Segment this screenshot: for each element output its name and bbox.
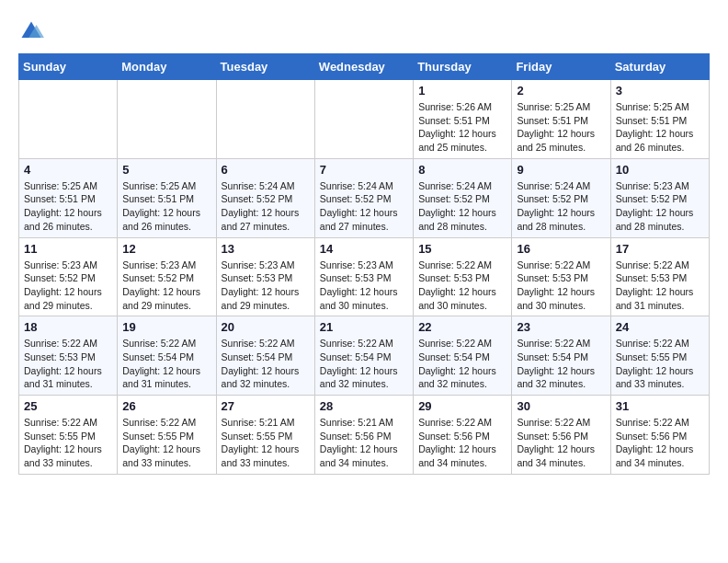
day-number: 30 <box>517 399 605 413</box>
calendar-cell: 30Sunrise: 5:22 AMSunset: 5:56 PMDayligh… <box>512 396 610 475</box>
day-number: 23 <box>517 320 605 334</box>
calendar-body: 1Sunrise: 5:26 AMSunset: 5:51 PMDaylight… <box>19 80 710 475</box>
day-number: 14 <box>320 242 408 256</box>
day-info: Sunrise: 5:26 AMSunset: 5:51 PMDaylight:… <box>418 100 506 155</box>
day-number: 6 <box>222 163 310 177</box>
day-info: Sunrise: 5:22 AMSunset: 5:53 PMDaylight:… <box>517 259 605 313</box>
day-number: 9 <box>517 163 605 177</box>
day-number: 26 <box>122 399 210 413</box>
calendar-cell: 25Sunrise: 5:22 AMSunset: 5:55 PMDayligh… <box>19 396 118 475</box>
col-header-saturday: Saturday <box>610 54 709 80</box>
day-number: 3 <box>616 84 704 98</box>
col-header-sunday: Sunday <box>19 54 118 80</box>
calendar-cell: 22Sunrise: 5:22 AMSunset: 5:54 PMDayligh… <box>414 316 512 396</box>
calendar-cell: 26Sunrise: 5:22 AMSunset: 5:55 PMDayligh… <box>118 396 216 475</box>
calendar-cell: 2Sunrise: 5:25 AMSunset: 5:51 PMDaylight… <box>512 80 610 159</box>
day-info: Sunrise: 5:22 AMSunset: 5:53 PMDaylight:… <box>24 337 112 391</box>
calendar-cell: 10Sunrise: 5:23 AMSunset: 5:52 PMDayligh… <box>610 158 709 237</box>
calendar-week-1: 1Sunrise: 5:26 AMSunset: 5:51 PMDaylight… <box>19 80 710 159</box>
calendar-cell <box>19 80 118 159</box>
calendar-cell: 29Sunrise: 5:22 AMSunset: 5:56 PMDayligh… <box>414 396 512 475</box>
calendar-week-2: 4Sunrise: 5:25 AMSunset: 5:51 PMDaylight… <box>19 158 710 237</box>
logo-icon <box>18 18 44 44</box>
day-number: 13 <box>222 242 310 256</box>
calendar-week-3: 11Sunrise: 5:23 AMSunset: 5:52 PMDayligh… <box>19 237 710 316</box>
day-info: Sunrise: 5:22 AMSunset: 5:54 PMDaylight:… <box>517 337 605 391</box>
day-info: Sunrise: 5:22 AMSunset: 5:55 PMDaylight:… <box>24 416 112 470</box>
day-info: Sunrise: 5:21 AMSunset: 5:55 PMDaylight:… <box>222 416 310 470</box>
col-header-monday: Monday <box>118 54 216 80</box>
calendar-cell: 8Sunrise: 5:24 AMSunset: 5:52 PMDaylight… <box>414 158 512 237</box>
page-header <box>18 18 710 44</box>
calendar-cell: 31Sunrise: 5:22 AMSunset: 5:56 PMDayligh… <box>610 396 709 475</box>
day-info: Sunrise: 5:21 AMSunset: 5:56 PMDaylight:… <box>320 416 408 470</box>
day-number: 22 <box>418 320 506 334</box>
calendar-cell: 28Sunrise: 5:21 AMSunset: 5:56 PMDayligh… <box>314 396 413 475</box>
day-number: 2 <box>517 84 605 98</box>
day-number: 5 <box>122 163 210 177</box>
day-number: 20 <box>222 320 310 334</box>
col-header-wednesday: Wednesday <box>314 54 413 80</box>
day-number: 24 <box>616 320 704 334</box>
calendar-header-row: SundayMondayTuesdayWednesdayThursdayFrid… <box>19 54 710 80</box>
day-info: Sunrise: 5:24 AMSunset: 5:52 PMDaylight:… <box>320 179 408 234</box>
calendar-cell: 14Sunrise: 5:23 AMSunset: 5:53 PMDayligh… <box>314 237 413 316</box>
day-info: Sunrise: 5:25 AMSunset: 5:51 PMDaylight:… <box>517 100 605 155</box>
day-number: 29 <box>418 399 506 413</box>
calendar-cell: 7Sunrise: 5:24 AMSunset: 5:52 PMDaylight… <box>314 158 413 237</box>
day-info: Sunrise: 5:24 AMSunset: 5:52 PMDaylight:… <box>517 179 605 234</box>
day-number: 7 <box>320 163 408 177</box>
day-info: Sunrise: 5:22 AMSunset: 5:53 PMDaylight:… <box>418 259 506 313</box>
day-number: 10 <box>616 163 704 177</box>
col-header-friday: Friday <box>512 54 610 80</box>
day-number: 12 <box>122 242 210 256</box>
day-number: 25 <box>24 399 112 413</box>
day-info: Sunrise: 5:22 AMSunset: 5:55 PMDaylight:… <box>122 416 210 470</box>
calendar-cell: 6Sunrise: 5:24 AMSunset: 5:52 PMDaylight… <box>216 158 314 237</box>
day-number: 1 <box>418 84 506 98</box>
calendar-cell: 23Sunrise: 5:22 AMSunset: 5:54 PMDayligh… <box>512 316 610 396</box>
day-info: Sunrise: 5:23 AMSunset: 5:53 PMDaylight:… <box>320 259 408 313</box>
day-info: Sunrise: 5:25 AMSunset: 5:51 PMDaylight:… <box>24 179 112 234</box>
calendar-cell <box>118 80 216 159</box>
calendar-cell: 19Sunrise: 5:22 AMSunset: 5:54 PMDayligh… <box>118 316 216 396</box>
calendar-cell: 12Sunrise: 5:23 AMSunset: 5:52 PMDayligh… <box>118 237 216 316</box>
day-number: 31 <box>616 399 704 413</box>
day-number: 17 <box>616 242 704 256</box>
calendar-cell: 21Sunrise: 5:22 AMSunset: 5:54 PMDayligh… <box>314 316 413 396</box>
calendar-cell: 20Sunrise: 5:22 AMSunset: 5:54 PMDayligh… <box>216 316 314 396</box>
day-number: 21 <box>320 320 408 334</box>
col-header-tuesday: Tuesday <box>216 54 314 80</box>
day-info: Sunrise: 5:22 AMSunset: 5:55 PMDaylight:… <box>616 337 704 391</box>
calendar-week-5: 25Sunrise: 5:22 AMSunset: 5:55 PMDayligh… <box>19 396 710 475</box>
calendar-cell: 24Sunrise: 5:22 AMSunset: 5:55 PMDayligh… <box>610 316 709 396</box>
day-number: 19 <box>122 320 210 334</box>
day-info: Sunrise: 5:22 AMSunset: 5:56 PMDaylight:… <box>418 416 506 470</box>
calendar-table: SundayMondayTuesdayWednesdayThursdayFrid… <box>18 53 710 475</box>
day-number: 16 <box>517 242 605 256</box>
logo <box>18 18 48 44</box>
calendar-cell <box>216 80 314 159</box>
calendar-cell: 9Sunrise: 5:24 AMSunset: 5:52 PMDaylight… <box>512 158 610 237</box>
day-number: 28 <box>320 399 408 413</box>
calendar-cell: 17Sunrise: 5:22 AMSunset: 5:53 PMDayligh… <box>610 237 709 316</box>
calendar-cell: 4Sunrise: 5:25 AMSunset: 5:51 PMDaylight… <box>19 158 118 237</box>
calendar-cell: 15Sunrise: 5:22 AMSunset: 5:53 PMDayligh… <box>414 237 512 316</box>
calendar-cell: 11Sunrise: 5:23 AMSunset: 5:52 PMDayligh… <box>19 237 118 316</box>
calendar-cell: 16Sunrise: 5:22 AMSunset: 5:53 PMDayligh… <box>512 237 610 316</box>
day-info: Sunrise: 5:23 AMSunset: 5:52 PMDaylight:… <box>122 259 210 313</box>
calendar-cell: 27Sunrise: 5:21 AMSunset: 5:55 PMDayligh… <box>216 396 314 475</box>
day-info: Sunrise: 5:25 AMSunset: 5:51 PMDaylight:… <box>616 100 704 155</box>
calendar-cell: 13Sunrise: 5:23 AMSunset: 5:53 PMDayligh… <box>216 237 314 316</box>
day-info: Sunrise: 5:23 AMSunset: 5:53 PMDaylight:… <box>222 259 310 313</box>
day-number: 11 <box>24 242 112 256</box>
day-info: Sunrise: 5:22 AMSunset: 5:54 PMDaylight:… <box>418 337 506 391</box>
calendar-week-4: 18Sunrise: 5:22 AMSunset: 5:53 PMDayligh… <box>19 316 710 396</box>
day-info: Sunrise: 5:25 AMSunset: 5:51 PMDaylight:… <box>122 179 210 234</box>
day-number: 8 <box>418 163 506 177</box>
day-number: 27 <box>222 399 310 413</box>
day-number: 4 <box>24 163 112 177</box>
day-info: Sunrise: 5:24 AMSunset: 5:52 PMDaylight:… <box>222 179 310 234</box>
col-header-thursday: Thursday <box>414 54 512 80</box>
calendar-cell: 5Sunrise: 5:25 AMSunset: 5:51 PMDaylight… <box>118 158 216 237</box>
